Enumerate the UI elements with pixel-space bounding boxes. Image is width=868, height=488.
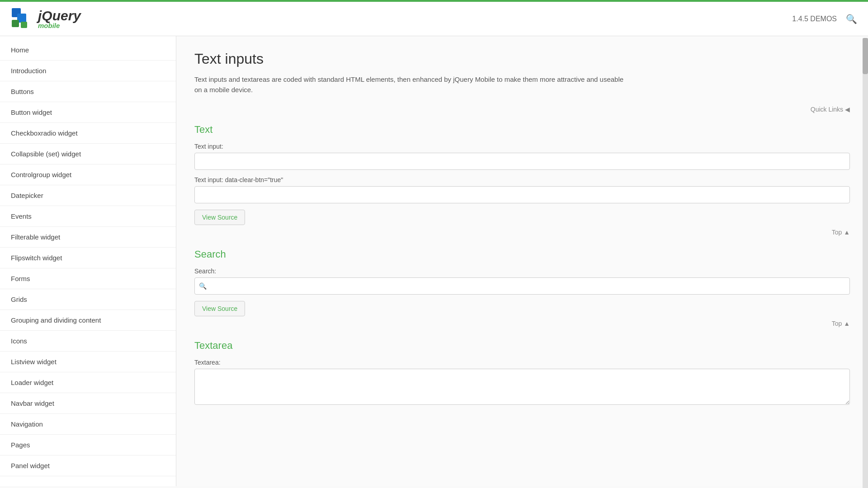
search-input-wrapper: 🔍 — [194, 277, 850, 295]
topbar: jQuery mobile 1.4.5 DEMOS 🔍 — [0, 0, 868, 36]
page-description: Text inputs and textareas are coded with… — [194, 75, 628, 95]
sidebar-item-navigation[interactable]: Navigation — [0, 414, 176, 435]
main-content: Text inputs Text inputs and textareas ar… — [176, 36, 868, 486]
sidebar-item-checkboxradio-widget[interactable]: Checkboxradio widget — [0, 123, 176, 144]
sidebar-item-events[interactable]: Events — [0, 206, 176, 227]
sidebar-item-grouping-dividing-content[interactable]: Grouping and dividing content — [0, 310, 176, 331]
version-label: 1.4.5 DEMOS — [792, 15, 837, 23]
sidebar-item-panel-widget[interactable]: Panel widget — [0, 455, 176, 476]
search-input[interactable] — [194, 277, 850, 295]
sidebar: HomeIntroductionButtonsButton widgetChec… — [0, 36, 176, 486]
quick-links-arrow: ◀ — [845, 106, 850, 113]
textarea-input[interactable] — [194, 369, 850, 405]
search-icon[interactable]: 🔍 — [846, 14, 857, 24]
sidebar-item-buttons[interactable]: Buttons — [0, 81, 176, 102]
text-input-2-label: Text input: data-clear-btn="true" — [194, 176, 850, 183]
search-section-title: Search — [194, 249, 850, 260]
quick-links[interactable]: Quick Links ◀ — [194, 106, 850, 113]
sidebar-item-datepicker[interactable]: Datepicker — [0, 185, 176, 206]
sidebar-item-introduction[interactable]: Introduction — [0, 61, 176, 81]
search-view-source-button[interactable]: View Source — [194, 301, 245, 316]
search-input-label: Search: — [194, 267, 850, 275]
jquery-logo-icon — [11, 7, 34, 31]
text-input-1-label: Text input: — [194, 143, 850, 150]
logo-area: jQuery mobile — [11, 7, 81, 31]
sidebar-item-collapsible-set-widget[interactable]: Collapsible (set) widget — [0, 144, 176, 164]
sidebar-item-home[interactable]: Home — [0, 40, 176, 61]
quick-links-label[interactable]: Quick Links — [811, 106, 843, 113]
layout: HomeIntroductionButtonsButton widgetChec… — [0, 36, 868, 486]
sidebar-item-pages[interactable]: Pages — [0, 435, 176, 455]
sidebar-item-filterable-widget[interactable]: Filterable widget — [0, 227, 176, 248]
text-input-1[interactable] — [194, 153, 850, 170]
sidebar-item-icons[interactable]: Icons — [0, 331, 176, 352]
text-top-link[interactable]: Top ▲ — [194, 229, 850, 236]
search-top-link[interactable]: Top ▲ — [194, 320, 850, 327]
svg-rect-2 — [12, 20, 19, 27]
svg-rect-3 — [21, 22, 27, 28]
text-input-2[interactable] — [194, 186, 850, 203]
sidebar-item-navbar-widget[interactable]: Navbar widget — [0, 393, 176, 414]
sidebar-item-listview-widget[interactable]: Listview widget — [0, 352, 176, 372]
textarea-section: Textarea Textarea: — [194, 340, 850, 406]
sidebar-item-forms[interactable]: Forms — [0, 268, 176, 289]
textarea-section-title: Textarea — [194, 340, 850, 352]
sidebar-item-grids[interactable]: Grids — [0, 289, 176, 310]
logo-text: jQuery — [38, 8, 81, 23]
scrollbar-thumb[interactable] — [863, 38, 868, 74]
sidebar-item-controlgroup-widget[interactable]: Controlgroup widget — [0, 164, 176, 185]
search-section: Search Search: 🔍 View Source Top ▲ — [194, 249, 850, 327]
search-icon-inner: 🔍 — [199, 282, 207, 290]
sidebar-item-loader-widget[interactable]: Loader widget — [0, 372, 176, 393]
scrollbar[interactable] — [863, 38, 868, 486]
page-title: Text inputs — [194, 51, 850, 67]
text-section: Text Text input: Text input: data-clear-… — [194, 124, 850, 236]
header-right: 1.4.5 DEMOS 🔍 — [792, 14, 857, 24]
textarea-label: Textarea: — [194, 359, 850, 366]
text-view-source-button[interactable]: View Source — [194, 210, 245, 225]
sidebar-item-flipswitch-widget[interactable]: Flipswitch widget — [0, 248, 176, 268]
text-section-title: Text — [194, 124, 850, 136]
sidebar-item-button-widget[interactable]: Button widget — [0, 102, 176, 123]
